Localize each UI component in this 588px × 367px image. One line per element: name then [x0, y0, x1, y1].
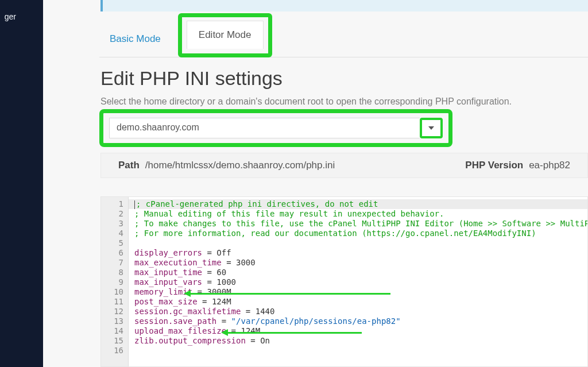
- gutter-line-number: 5: [101, 238, 123, 248]
- path-value: /home/htmlcssx/demo.shaanroy.com/php.ini: [145, 160, 335, 171]
- gutter-line-number: 3: [101, 219, 123, 229]
- mode-tabs: Basic Mode Editor Mode: [99, 17, 588, 57]
- gutter-line-number: 13: [101, 316, 123, 326]
- gutter-line-number: 6: [101, 248, 123, 258]
- gutter-line-number: 2: [101, 209, 123, 219]
- gutter-line-number: 15: [101, 336, 123, 346]
- sidebar-text-fragment: ger: [5, 12, 16, 21]
- gutter-line-number: 12: [101, 307, 123, 316]
- code-line: max_execution_time = 3000: [134, 258, 587, 268]
- page-subtitle: Select the home directory or a domain's …: [100, 96, 512, 107]
- info-banner: [100, 0, 588, 11]
- chevron-down-icon: [428, 126, 434, 130]
- main-content: Basic Mode Editor Mode Edit PHP INI sett…: [43, 0, 588, 367]
- gutter-line-number: 10: [101, 287, 123, 297]
- gutter-line-number: 11: [101, 297, 123, 307]
- highlight-box-editor-tab: Editor Mode: [178, 13, 272, 57]
- tab-basic-mode[interactable]: Basic Mode: [99, 22, 171, 57]
- path-info-row: Path /home/htmlcssx/demo.shaanroy.com/ph…: [100, 153, 588, 178]
- editor-gutter: 12345678910111213141516: [101, 197, 129, 366]
- code-line: session.gc_maxlifetime = 1440: [134, 307, 587, 316]
- code-line: ; For more information, read our documen…: [134, 229, 587, 238]
- code-line: memory_limit = 3000M: [134, 287, 587, 297]
- code-line: upload_max_filesize = 124M: [134, 326, 587, 336]
- annotation-arrow-upload-max-filesize: [227, 332, 362, 334]
- domain-select[interactable]: demo.shaanroy.com: [109, 118, 443, 138]
- code-line: max_input_time = 60: [134, 268, 587, 277]
- code-line: [134, 238, 587, 248]
- domain-select-toggle[interactable]: [422, 120, 440, 136]
- gutter-line-number: 1: [101, 199, 123, 209]
- code-line: [134, 346, 587, 356]
- gutter-line-number: 4: [101, 229, 123, 238]
- code-line: zlib.output_compression = On: [134, 336, 587, 346]
- php-version-label: PHP Version: [465, 160, 523, 171]
- code-line: session.save_path = "/var/cpanel/php/ses…: [134, 316, 587, 326]
- code-line: ; To make changes to this file, use the …: [134, 219, 587, 229]
- highlight-box-dropdown-button: [420, 118, 443, 138]
- code-line: display_errors = Off: [134, 248, 587, 258]
- gutter-line-number: 14: [101, 326, 123, 336]
- annotation-arrow-memory-limit: [189, 293, 390, 295]
- page-title: Edit PHP INI settings: [100, 67, 283, 90]
- php-version-value: ea-php82: [529, 160, 570, 171]
- gutter-line-number: 9: [101, 277, 123, 287]
- code-line: ; cPanel-generated php ini directives, d…: [129, 199, 587, 209]
- gutter-line-number: 7: [101, 258, 123, 268]
- gutter-line-number: 8: [101, 268, 123, 277]
- highlight-box-domain-select: demo.shaanroy.com: [99, 109, 452, 147]
- ini-code-editor[interactable]: 12345678910111213141516 ; cPanel-generat…: [100, 196, 588, 367]
- code-line: max_input_vars = 1000: [134, 277, 587, 287]
- sidebar: ger: [0, 0, 43, 367]
- path-label: Path: [118, 160, 140, 171]
- tab-editor-mode[interactable]: Editor Mode: [187, 21, 264, 49]
- code-line: ; Manual editing of this file may result…: [134, 209, 587, 219]
- editor-code-area[interactable]: ; cPanel-generated php ini directives, d…: [129, 197, 587, 366]
- domain-select-value: demo.shaanroy.com: [109, 118, 420, 138]
- code-line: post_max_size = 124M: [134, 297, 587, 307]
- gutter-line-number: 16: [101, 346, 123, 356]
